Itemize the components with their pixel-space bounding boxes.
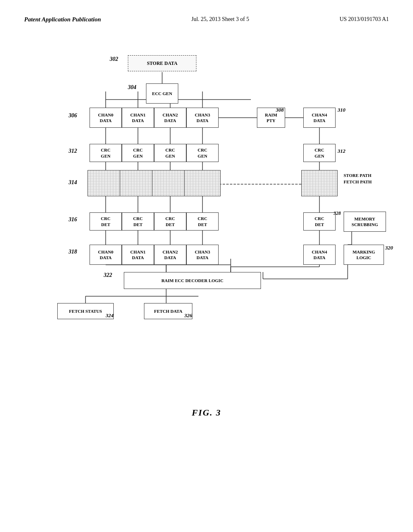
- crc-det1-label: CRCDET: [133, 216, 143, 227]
- mem-array-0: [88, 170, 124, 196]
- crc-gen3-label: CRCGEN: [198, 147, 207, 159]
- memory-scrubbing-label: MEMORYSCRUBBING: [352, 216, 378, 228]
- chan2-data-bot: CHAN2DATA: [154, 245, 186, 265]
- store-path-label: STORE PATH: [344, 173, 371, 178]
- ref-306: 306: [69, 112, 77, 119]
- figure-caption: FIG. 3: [25, 407, 388, 418]
- fetch-status-box: FETCH STATUS: [57, 303, 114, 319]
- ecc-gen-label: ECC GEN: [152, 91, 172, 96]
- chan1-data-top-label: CHAN1DATA: [130, 112, 146, 124]
- publication-title: Patent Application Publication: [24, 16, 101, 23]
- crc-det0-label: CRCDET: [101, 216, 111, 227]
- ref-316: 316: [69, 216, 77, 223]
- ref-312: 312: [69, 148, 77, 154]
- chan0-data-bot: CHAN0DATA: [90, 245, 122, 265]
- crc-gen3: CRCGEN: [186, 144, 219, 162]
- chan0-data-top: CHAN0DATA: [90, 108, 122, 128]
- page-header: Patent Application Publication Jul. 25, …: [0, 0, 413, 23]
- crc-det4: CRCDET: [303, 212, 336, 231]
- chan1-data-bot-label: CHAN1DATA: [130, 249, 146, 261]
- ref-310: 310: [338, 107, 346, 113]
- crc-det0: CRCDET: [90, 212, 122, 231]
- ref-324: 324: [106, 312, 114, 319]
- crc-det2-label: CRCDET: [165, 216, 175, 227]
- store-data-box: STORE DATA: [128, 55, 196, 71]
- mem-array-4: [301, 170, 338, 196]
- crc-gen0-label: CRCGEN: [101, 147, 111, 159]
- memory-scrubbing-box: MEMORYSCRUBBING: [344, 212, 386, 232]
- ref-322: 322: [104, 272, 112, 278]
- crc-gen2: CRCGEN: [154, 144, 186, 162]
- marking-logic-box: MARKINGLOGIC: [344, 245, 384, 265]
- mem-array-1: [120, 170, 156, 196]
- mem-array-3: [184, 170, 221, 196]
- crc-gen2-label: CRCGEN: [165, 147, 175, 159]
- chan3-data-bot: CHAN3DATA: [186, 245, 219, 265]
- fetch-path-label: FETCH PATH: [344, 179, 372, 184]
- ref-312b: 312: [338, 148, 346, 154]
- ref-326: 326: [184, 312, 192, 319]
- ecc-gen-box: ECC GEN: [146, 83, 178, 104]
- chan0-data-top-label: CHAN0DATA: [98, 112, 113, 124]
- chan2-data-top-label: CHAN2DATA: [163, 112, 178, 124]
- chan2-data-top: CHAN2DATA: [154, 108, 186, 128]
- raim-pty-label: RAIMPTY: [265, 112, 277, 124]
- crc-gen1: CRCGEN: [122, 144, 154, 162]
- crc-gen1-label: CRCGEN: [133, 147, 143, 159]
- fetch-status-label: FETCH STATUS: [69, 308, 102, 314]
- ref-302: 302: [110, 56, 118, 62]
- crc-det1: CRCDET: [122, 212, 154, 231]
- ref-328: 328: [334, 210, 341, 216]
- ref-318: 318: [69, 249, 77, 255]
- chan4-data-bot-label: CHAN4DATA: [312, 249, 327, 261]
- crc-det3: CRCDET: [186, 212, 219, 231]
- crc-gen4-label: CRCGEN: [315, 147, 324, 159]
- store-data-label: STORE DATA: [147, 60, 177, 66]
- crc-det3-label: CRCDET: [198, 216, 207, 227]
- marking-logic-label: MARKINGLOGIC: [353, 249, 375, 261]
- chan3-data-top: CHAN3DATA: [186, 108, 219, 128]
- mem-array-2: [152, 170, 188, 196]
- publication-number: US 2013/0191703 A1: [340, 16, 389, 23]
- crc-gen4: CRCGEN: [303, 144, 336, 162]
- chan1-data-bot: CHAN1DATA: [122, 245, 154, 265]
- diagram-area: STORE DATA 302 ECC GEN 304 CHAN0DATA 306…: [25, 47, 388, 442]
- fetch-data-label: FETCH DATA: [154, 308, 182, 314]
- crc-det4-label: CRCDET: [315, 216, 324, 227]
- raim-ecc-decoder-label: RAIM ECC DECODER LOGIC: [161, 278, 223, 283]
- ref-320: 320: [385, 245, 393, 251]
- chan4-data-bot: CHAN4DATA: [303, 245, 336, 265]
- ref-304: 304: [128, 84, 136, 91]
- raim-ecc-decoder-box: RAIM ECC DECODER LOGIC: [124, 272, 261, 289]
- ref-308: 308: [276, 107, 284, 113]
- chan4-data-top-label: CHAN4DATA: [312, 112, 327, 124]
- chan4-data-top: CHAN4DATA: [303, 108, 336, 128]
- chan3-data-top-label: CHAN3DATA: [195, 112, 210, 124]
- chan3-data-bot-label: CHAN3DATA: [195, 249, 210, 261]
- ref-314: 314: [69, 179, 77, 186]
- chan0-data-bot-label: CHAN0DATA: [98, 249, 113, 261]
- publication-date: Jul. 25, 2013 Sheet 3 of 5: [192, 16, 249, 23]
- crc-det2: CRCDET: [154, 212, 186, 231]
- crc-gen0: CRCGEN: [90, 144, 122, 162]
- chan1-data-top: CHAN1DATA: [122, 108, 154, 128]
- chan2-data-bot-label: CHAN2DATA: [163, 249, 178, 261]
